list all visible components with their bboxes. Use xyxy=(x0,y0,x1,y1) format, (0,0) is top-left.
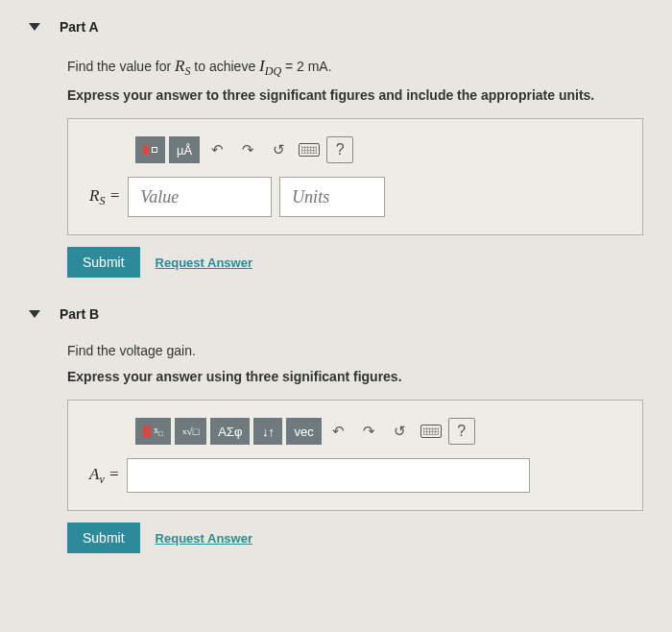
part-a-input-row: RS = xyxy=(89,177,621,217)
chevron-down-icon xyxy=(29,23,40,31)
av-label: Av = xyxy=(89,465,119,487)
part-b-header[interactable]: Part B xyxy=(29,306,643,322)
reset-icon[interactable]: ↺ xyxy=(265,136,292,163)
part-b-actions: Submit Request Answer xyxy=(67,523,643,553)
redo-icon[interactable]: ↷ xyxy=(234,136,261,163)
part-b-input-row: Av = xyxy=(89,458,621,493)
part-a-section: Part A Find the value for RS to achieve … xyxy=(29,19,643,278)
rs-label: RS = xyxy=(89,186,120,208)
undo-icon[interactable]: ↶ xyxy=(204,136,230,163)
undo-icon[interactable]: ↶ xyxy=(325,418,352,445)
part-a-content: Find the value for RS to achieve IDQ = 2… xyxy=(29,54,643,278)
part-a-instruction: Express your answer to three significant… xyxy=(67,87,643,103)
part-b-content: Find the voltage gain. Express your answ… xyxy=(29,341,643,553)
part-a-title: Part A xyxy=(60,19,99,35)
fraction-button[interactable]: x□ xyxy=(135,418,171,445)
reset-icon[interactable]: ↺ xyxy=(387,418,414,445)
part-b-instruction: Express your answer using three signific… xyxy=(67,369,643,384)
request-answer-link[interactable]: Request Answer xyxy=(156,531,252,546)
part-b-section: Part B Find the voltage gain. Express yo… xyxy=(29,306,643,553)
part-a-prompt: Find the value for RS to achieve IDQ = 2… xyxy=(67,54,643,80)
part-b-answer-box: x□ x√□ ΑΣφ ↓↑ vec ↶ ↷ ↺ ? Av = xyxy=(67,400,643,511)
help-icon[interactable]: ? xyxy=(326,136,353,163)
part-b-toolbar: x□ x√□ ΑΣφ ↓↑ vec ↶ ↷ ↺ ? xyxy=(89,418,621,445)
help-icon[interactable]: ? xyxy=(448,418,475,445)
part-b-title: Part B xyxy=(60,306,99,322)
chevron-down-icon xyxy=(29,310,40,318)
submit-button[interactable]: Submit xyxy=(67,523,140,553)
units-button[interactable]: µÅ xyxy=(169,136,200,163)
arrows-button[interactable]: ↓↑ xyxy=(253,418,282,445)
redo-icon[interactable]: ↷ xyxy=(356,418,383,445)
keyboard-icon[interactable] xyxy=(418,418,444,445)
greek-button[interactable]: ΑΣφ xyxy=(210,418,250,445)
value-input[interactable] xyxy=(128,177,272,217)
part-a-toolbar: µÅ ↶ ↷ ↺ ? xyxy=(89,136,621,163)
submit-button[interactable]: Submit xyxy=(67,247,140,278)
part-b-prompt: Find the voltage gain. xyxy=(67,341,643,361)
root-button[interactable]: x√□ xyxy=(175,418,206,445)
part-a-header[interactable]: Part A xyxy=(29,19,643,35)
part-a-actions: Submit Request Answer xyxy=(67,247,643,278)
vec-button[interactable]: vec xyxy=(286,418,321,445)
units-input[interactable] xyxy=(279,177,385,217)
part-a-answer-box: µÅ ↶ ↷ ↺ ? RS = xyxy=(67,118,643,235)
request-answer-link[interactable]: Request Answer xyxy=(156,255,252,270)
av-input[interactable] xyxy=(127,458,530,493)
keyboard-icon[interactable] xyxy=(296,136,323,163)
template-button[interactable] xyxy=(135,136,165,163)
